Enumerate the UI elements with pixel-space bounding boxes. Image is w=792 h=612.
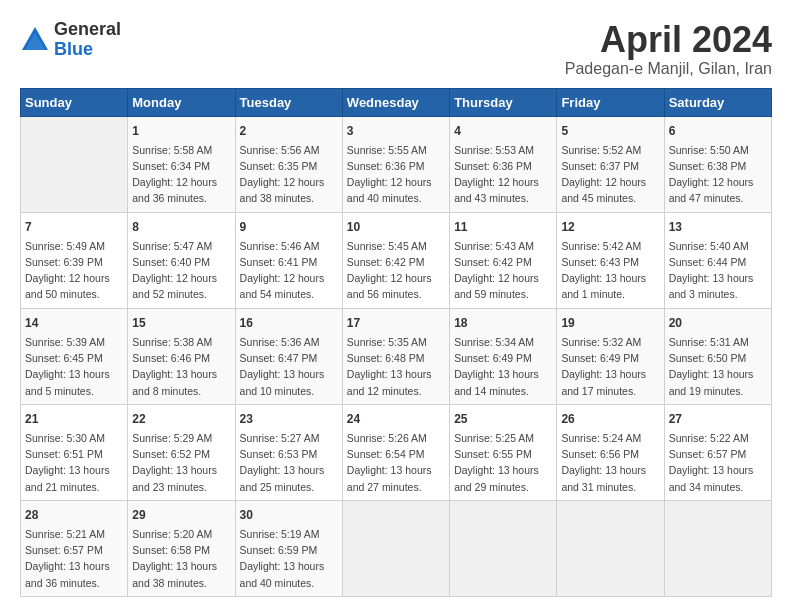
calendar-cell: 7Sunrise: 5:49 AM Sunset: 6:39 PM Daylig… [21,212,128,308]
header-thursday: Thursday [450,88,557,116]
calendar-cell: 23Sunrise: 5:27 AM Sunset: 6:53 PM Dayli… [235,404,342,500]
calendar-title: April 2024 [565,20,772,60]
day-number: 5 [561,122,659,140]
day-number: 28 [25,506,123,524]
day-number: 23 [240,410,338,428]
day-number: 9 [240,218,338,236]
day-number: 4 [454,122,552,140]
day-info: Sunrise: 5:35 AM Sunset: 6:48 PM Dayligh… [347,334,445,399]
header-wednesday: Wednesday [342,88,449,116]
logo-icon [20,25,50,55]
day-number: 2 [240,122,338,140]
calendar-cell: 17Sunrise: 5:35 AM Sunset: 6:48 PM Dayli… [342,308,449,404]
calendar-cell: 30Sunrise: 5:19 AM Sunset: 6:59 PM Dayli… [235,500,342,596]
day-info: Sunrise: 5:32 AM Sunset: 6:49 PM Dayligh… [561,334,659,399]
day-number: 7 [25,218,123,236]
day-info: Sunrise: 5:58 AM Sunset: 6:34 PM Dayligh… [132,142,230,207]
day-info: Sunrise: 5:29 AM Sunset: 6:52 PM Dayligh… [132,430,230,495]
day-number: 11 [454,218,552,236]
day-number: 8 [132,218,230,236]
day-number: 26 [561,410,659,428]
calendar-week-row: 7Sunrise: 5:49 AM Sunset: 6:39 PM Daylig… [21,212,772,308]
day-number: 20 [669,314,767,332]
calendar-subtitle: Padegan-e Manjil, Gilan, Iran [565,60,772,78]
day-number: 22 [132,410,230,428]
calendar-cell: 13Sunrise: 5:40 AM Sunset: 6:44 PM Dayli… [664,212,771,308]
calendar-cell: 19Sunrise: 5:32 AM Sunset: 6:49 PM Dayli… [557,308,664,404]
day-info: Sunrise: 5:55 AM Sunset: 6:36 PM Dayligh… [347,142,445,207]
day-info: Sunrise: 5:53 AM Sunset: 6:36 PM Dayligh… [454,142,552,207]
header-sunday: Sunday [21,88,128,116]
calendar-cell: 3Sunrise: 5:55 AM Sunset: 6:36 PM Daylig… [342,116,449,212]
calendar-week-row: 1Sunrise: 5:58 AM Sunset: 6:34 PM Daylig… [21,116,772,212]
day-number: 3 [347,122,445,140]
day-info: Sunrise: 5:30 AM Sunset: 6:51 PM Dayligh… [25,430,123,495]
day-number: 21 [25,410,123,428]
day-number: 6 [669,122,767,140]
day-info: Sunrise: 5:47 AM Sunset: 6:40 PM Dayligh… [132,238,230,303]
day-info: Sunrise: 5:50 AM Sunset: 6:38 PM Dayligh… [669,142,767,207]
calendar-cell: 14Sunrise: 5:39 AM Sunset: 6:45 PM Dayli… [21,308,128,404]
header-saturday: Saturday [664,88,771,116]
day-info: Sunrise: 5:42 AM Sunset: 6:43 PM Dayligh… [561,238,659,303]
day-number: 17 [347,314,445,332]
logo-general: General [54,20,121,40]
calendar-cell: 16Sunrise: 5:36 AM Sunset: 6:47 PM Dayli… [235,308,342,404]
header-monday: Monday [128,88,235,116]
calendar-cell: 11Sunrise: 5:43 AM Sunset: 6:42 PM Dayli… [450,212,557,308]
calendar-cell: 22Sunrise: 5:29 AM Sunset: 6:52 PM Dayli… [128,404,235,500]
calendar-cell: 12Sunrise: 5:42 AM Sunset: 6:43 PM Dayli… [557,212,664,308]
day-number: 27 [669,410,767,428]
calendar-cell [342,500,449,596]
day-number: 12 [561,218,659,236]
calendar-cell: 24Sunrise: 5:26 AM Sunset: 6:54 PM Dayli… [342,404,449,500]
calendar-cell: 6Sunrise: 5:50 AM Sunset: 6:38 PM Daylig… [664,116,771,212]
day-info: Sunrise: 5:36 AM Sunset: 6:47 PM Dayligh… [240,334,338,399]
day-number: 16 [240,314,338,332]
day-number: 18 [454,314,552,332]
calendar-week-row: 21Sunrise: 5:30 AM Sunset: 6:51 PM Dayli… [21,404,772,500]
day-info: Sunrise: 5:43 AM Sunset: 6:42 PM Dayligh… [454,238,552,303]
day-number: 19 [561,314,659,332]
day-info: Sunrise: 5:24 AM Sunset: 6:56 PM Dayligh… [561,430,659,495]
calendar-cell: 9Sunrise: 5:46 AM Sunset: 6:41 PM Daylig… [235,212,342,308]
calendar-cell: 20Sunrise: 5:31 AM Sunset: 6:50 PM Dayli… [664,308,771,404]
calendar-cell: 27Sunrise: 5:22 AM Sunset: 6:57 PM Dayli… [664,404,771,500]
day-info: Sunrise: 5:19 AM Sunset: 6:59 PM Dayligh… [240,526,338,591]
calendar-cell: 1Sunrise: 5:58 AM Sunset: 6:34 PM Daylig… [128,116,235,212]
calendar-cell [450,500,557,596]
day-info: Sunrise: 5:39 AM Sunset: 6:45 PM Dayligh… [25,334,123,399]
calendar-cell: 21Sunrise: 5:30 AM Sunset: 6:51 PM Dayli… [21,404,128,500]
calendar-week-row: 14Sunrise: 5:39 AM Sunset: 6:45 PM Dayli… [21,308,772,404]
day-number: 15 [132,314,230,332]
day-number: 29 [132,506,230,524]
day-info: Sunrise: 5:34 AM Sunset: 6:49 PM Dayligh… [454,334,552,399]
day-info: Sunrise: 5:38 AM Sunset: 6:46 PM Dayligh… [132,334,230,399]
calendar-cell: 10Sunrise: 5:45 AM Sunset: 6:42 PM Dayli… [342,212,449,308]
day-info: Sunrise: 5:26 AM Sunset: 6:54 PM Dayligh… [347,430,445,495]
day-info: Sunrise: 5:31 AM Sunset: 6:50 PM Dayligh… [669,334,767,399]
calendar-table: SundayMondayTuesdayWednesdayThursdayFrid… [20,88,772,597]
calendar-header-row: SundayMondayTuesdayWednesdayThursdayFrid… [21,88,772,116]
day-info: Sunrise: 5:52 AM Sunset: 6:37 PM Dayligh… [561,142,659,207]
calendar-cell: 4Sunrise: 5:53 AM Sunset: 6:36 PM Daylig… [450,116,557,212]
calendar-cell: 8Sunrise: 5:47 AM Sunset: 6:40 PM Daylig… [128,212,235,308]
calendar-cell: 29Sunrise: 5:20 AM Sunset: 6:58 PM Dayli… [128,500,235,596]
calendar-cell: 25Sunrise: 5:25 AM Sunset: 6:55 PM Dayli… [450,404,557,500]
day-info: Sunrise: 5:25 AM Sunset: 6:55 PM Dayligh… [454,430,552,495]
day-info: Sunrise: 5:20 AM Sunset: 6:58 PM Dayligh… [132,526,230,591]
day-number: 10 [347,218,445,236]
day-info: Sunrise: 5:21 AM Sunset: 6:57 PM Dayligh… [25,526,123,591]
calendar-cell: 2Sunrise: 5:56 AM Sunset: 6:35 PM Daylig… [235,116,342,212]
calendar-cell: 15Sunrise: 5:38 AM Sunset: 6:46 PM Dayli… [128,308,235,404]
day-number: 30 [240,506,338,524]
title-block: April 2024 Padegan-e Manjil, Gilan, Iran [565,20,772,78]
day-number: 14 [25,314,123,332]
header-friday: Friday [557,88,664,116]
calendar-cell [557,500,664,596]
day-number: 25 [454,410,552,428]
calendar-cell: 5Sunrise: 5:52 AM Sunset: 6:37 PM Daylig… [557,116,664,212]
calendar-cell: 18Sunrise: 5:34 AM Sunset: 6:49 PM Dayli… [450,308,557,404]
calendar-cell: 26Sunrise: 5:24 AM Sunset: 6:56 PM Dayli… [557,404,664,500]
calendar-cell [21,116,128,212]
